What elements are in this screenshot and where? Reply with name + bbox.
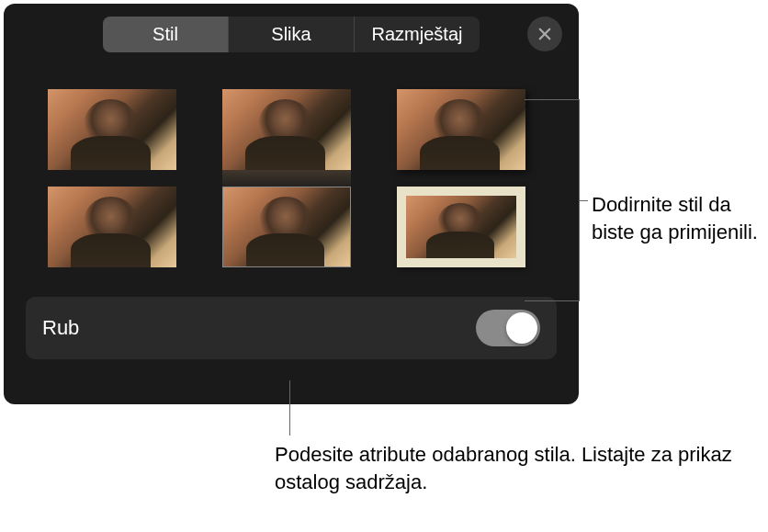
tab-style[interactable]: Stil: [103, 17, 229, 52]
toggle-knob: [506, 312, 537, 344]
callout-line-bottom: [289, 380, 290, 436]
thumbnail-image: [48, 89, 176, 170]
format-panel: Stil Slika Razmještaj Rub: [4, 4, 579, 404]
style-option-shadow[interactable]: [397, 89, 525, 170]
border-toggle-row: Rub: [26, 297, 557, 359]
thumbnail-image: [48, 187, 176, 267]
tab-image[interactable]: Slika: [229, 17, 355, 52]
style-option-thin-border[interactable]: [222, 187, 351, 267]
callout-text-right: Dodirnite stil da biste ga primijenili.: [592, 191, 768, 245]
callout-text-bottom: Podesite atribute odabranog stila. Lista…: [275, 441, 768, 495]
style-option-plain[interactable]: [48, 187, 176, 267]
tabs-row: Stil Slika Razmještaj: [20, 17, 562, 52]
close-icon: [536, 26, 553, 42]
style-option-frame[interactable]: [397, 187, 525, 267]
thumbnail-image: [223, 187, 350, 266]
close-button[interactable]: [527, 17, 562, 51]
thumbnail-image: [406, 196, 516, 258]
tab-layout[interactable]: Razmještaj: [355, 17, 480, 52]
style-grid: [20, 52, 562, 289]
thumbnail-image: [222, 89, 351, 170]
tabs-container: Stil Slika Razmještaj: [103, 17, 480, 52]
callout-connector-right: [579, 200, 588, 201]
thumbnail-image: [397, 89, 525, 170]
style-option-none[interactable]: [48, 89, 176, 170]
border-toggle-label: Rub: [42, 316, 79, 340]
border-toggle-switch[interactable]: [476, 310, 540, 346]
style-option-reflection[interactable]: [222, 89, 351, 170]
